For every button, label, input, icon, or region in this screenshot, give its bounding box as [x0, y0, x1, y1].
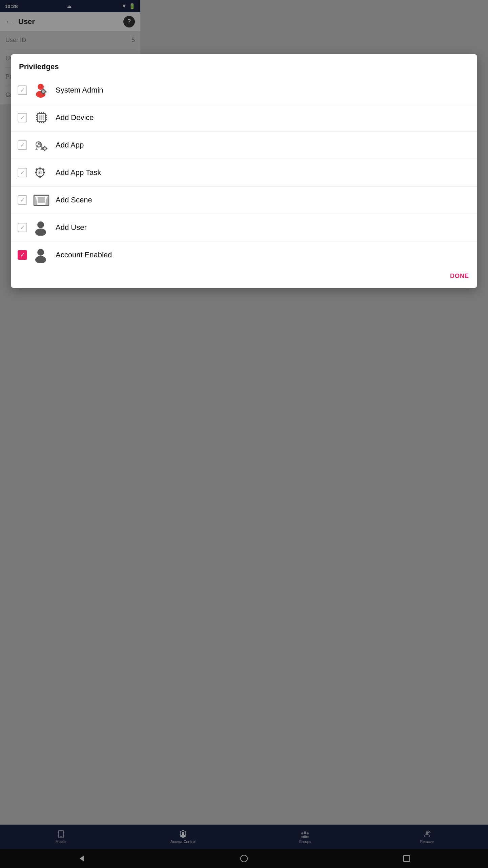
privileges-dialog: Priviledges ✓ — [11, 54, 140, 288]
svg-rect-50 — [38, 197, 45, 203]
checkbox-account-enabled[interactable]: ✓ — [18, 250, 27, 260]
svg-point-31 — [44, 147, 46, 150]
svg-point-0 — [38, 84, 44, 90]
privileges-list: ✓ — [11, 77, 140, 269]
svg-point-53 — [37, 249, 44, 256]
priv-label-add-scene: Add Scene — [56, 196, 92, 204]
checkbox-add-app[interactable]: ✓ — [18, 140, 27, 150]
priv-item-add-scene[interactable]: ✓ Add Scene — [11, 186, 140, 214]
svg-rect-49 — [34, 195, 49, 196]
checkbox-system-admin[interactable]: ✓ — [18, 85, 27, 95]
priv-item-account-enabled[interactable]: ✓ Account Enabled — [11, 241, 140, 269]
checkbox-add-app-task[interactable]: ✓ — [18, 168, 27, 177]
priv-item-add-app-task[interactable]: ✓ A — [11, 159, 140, 186]
svg-rect-45 — [42, 168, 44, 170]
priv-label-add-device: Add Device — [56, 113, 94, 122]
priv-label-system-admin: System Admin — [56, 86, 103, 95]
add-device-icon — [33, 109, 50, 126]
priv-item-add-app[interactable]: ✓ A — [11, 131, 140, 159]
priv-label-add-app-task: Add App Task — [56, 168, 101, 177]
checkbox-add-user[interactable]: ✓ — [18, 223, 27, 232]
system-admin-icon — [33, 81, 50, 99]
add-scene-icon — [33, 191, 50, 209]
svg-rect-41 — [39, 167, 41, 170]
priv-label-add-user: Add User — [56, 223, 87, 232]
svg-rect-46 — [35, 168, 38, 170]
add-app-task-icon: A — [33, 164, 50, 181]
add-user-icon — [33, 219, 50, 236]
svg-rect-34 — [46, 148, 47, 149]
priv-item-add-user[interactable]: ✓ Add User — [11, 214, 140, 241]
account-enabled-icon — [33, 246, 50, 264]
dialog-footer: DONE — [11, 269, 140, 282]
add-app-icon: A — [33, 136, 50, 154]
svg-rect-35 — [42, 148, 43, 149]
priv-label-account-enabled: Account Enabled — [56, 251, 112, 259]
svg-point-52 — [35, 229, 46, 236]
svg-rect-32 — [44, 146, 45, 147]
svg-rect-4 — [43, 88, 44, 90]
priv-item-system-admin[interactable]: ✓ — [11, 77, 140, 104]
svg-rect-43 — [43, 172, 45, 173]
checkbox-add-device[interactable]: ✓ — [18, 113, 27, 122]
svg-point-54 — [35, 256, 46, 263]
svg-rect-5 — [43, 93, 44, 95]
priv-item-add-device[interactable]: ✓ — [11, 104, 140, 131]
priv-label-add-app: Add App — [56, 141, 84, 150]
svg-rect-42 — [39, 176, 41, 178]
svg-rect-33 — [44, 150, 45, 151]
svg-point-3 — [42, 90, 45, 93]
dialog-title: Priviledges — [11, 62, 140, 77]
svg-text:A: A — [38, 171, 41, 175]
svg-rect-44 — [35, 172, 37, 173]
svg-point-51 — [37, 221, 44, 228]
checkbox-add-scene[interactable]: ✓ — [18, 195, 27, 205]
